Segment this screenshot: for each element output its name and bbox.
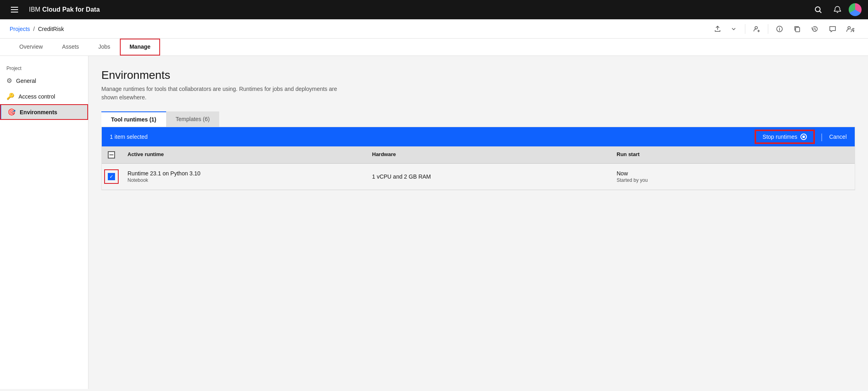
svg-point-0 xyxy=(815,7,820,12)
page-description: Manage runtimes for tools that collabora… xyxy=(101,85,343,102)
run-start-time: Now xyxy=(617,170,848,177)
app-title: IBM Cloud Pak for Data xyxy=(29,6,100,13)
tab-jobs[interactable]: Jobs xyxy=(88,39,120,56)
copy-button[interactable] xyxy=(789,21,805,37)
info-button[interactable] xyxy=(771,21,788,37)
settings-icon-button[interactable] xyxy=(842,21,858,37)
breadcrumb-separator: / xyxy=(33,26,35,32)
sidebar-item-access-control-label: Access control xyxy=(19,93,55,100)
divider-2 xyxy=(768,24,768,34)
tab-manage[interactable]: Manage xyxy=(120,39,160,56)
chevron-down-icon xyxy=(730,26,737,32)
page-title: Environments xyxy=(101,69,855,82)
add-collaborator-button[interactable] xyxy=(749,21,765,37)
sidebar-item-environments[interactable]: 🎯 Environments xyxy=(0,104,88,120)
header-hardware: Hardware xyxy=(366,151,610,158)
top-nav-right xyxy=(810,0,862,19)
user-avatar[interactable] xyxy=(849,3,862,16)
runtime-type: Notebook xyxy=(128,177,359,183)
copy-icon xyxy=(794,25,801,33)
search-button[interactable] xyxy=(810,0,826,19)
bell-icon xyxy=(833,6,841,14)
key-icon: 🔑 xyxy=(6,93,14,100)
main-layout: Project ⚙ General 🔑 Access control 🎯 Env… xyxy=(0,56,868,389)
info-icon xyxy=(776,25,783,33)
header-checkbox[interactable] xyxy=(108,151,115,158)
stop-icon xyxy=(800,134,807,140)
gear-icon: ⚙ xyxy=(6,77,12,84)
top-nav-left: IBM Cloud Pak for Data xyxy=(6,0,100,19)
users-settings-icon xyxy=(846,25,854,33)
avatar-graphic xyxy=(849,3,862,16)
breadcrumb-parent-link[interactable]: Projects xyxy=(10,26,30,32)
app-title-normal: IBM xyxy=(29,6,42,13)
run-start-by: Started by you xyxy=(617,177,848,183)
table-header: Active runtime Hardware Run start xyxy=(102,146,855,164)
selection-count: 1 item selected xyxy=(110,134,148,140)
hamburger-icon xyxy=(11,7,18,12)
checkbox-wrapper: ✓ xyxy=(105,170,118,183)
inner-tab-templates[interactable]: Templates (6) xyxy=(166,111,220,127)
selection-bar: 1 item selected Stop runtimes | Cancel xyxy=(102,127,855,146)
cancel-button[interactable]: Cancel xyxy=(829,134,847,140)
upload-icon xyxy=(714,26,721,32)
row-hardware-cell: 1 vCPU and 2 GB RAM xyxy=(366,173,610,180)
notifications-button[interactable] xyxy=(829,0,845,19)
person-add-icon xyxy=(753,25,760,33)
sidebar-item-environments-label: Environments xyxy=(20,109,57,115)
svg-line-1 xyxy=(820,11,822,13)
selection-bar-right: Stop runtimes | Cancel xyxy=(755,130,847,143)
stop-runtimes-button[interactable]: Stop runtimes xyxy=(755,130,814,143)
search-icon xyxy=(814,6,822,14)
runtime-name: Runtime 23.1 on Python 3.10 xyxy=(128,170,359,177)
table-row: ✓ Runtime 23.1 on Python 3.10 Notebook 1… xyxy=(102,164,855,190)
sub-nav-actions xyxy=(711,21,858,37)
hamburger-menu-button[interactable] xyxy=(6,0,23,19)
stop-runtimes-label: Stop runtimes xyxy=(763,134,797,140)
main-content: Environments Manage runtimes for tools t… xyxy=(88,56,868,389)
checkmark-icon: ✓ xyxy=(109,174,113,179)
inner-tab-tool-runtimes[interactable]: Tool runtimes (1) xyxy=(101,111,166,127)
hardware-value: 1 vCPU and 2 GB RAM xyxy=(372,173,604,180)
inner-tabs: Tool runtimes (1) Templates (6) xyxy=(101,111,855,127)
svg-rect-4 xyxy=(796,27,800,32)
row-run-start-cell: Now Started by you xyxy=(610,170,855,183)
app-title-bold: Cloud Pak for Data xyxy=(42,6,100,13)
breadcrumb-current: CreditRisk xyxy=(38,26,64,32)
chat-icon xyxy=(829,25,836,33)
header-active-runtime: Active runtime xyxy=(121,151,366,158)
header-checkbox-cell xyxy=(102,151,121,158)
header-run-start: Run start xyxy=(610,151,855,158)
top-nav: IBM Cloud Pak for Data xyxy=(0,0,868,19)
svg-point-2 xyxy=(755,27,757,29)
sidebar: Project ⚙ General 🔑 Access control 🎯 Env… xyxy=(0,56,88,389)
tab-assets[interactable]: Assets xyxy=(52,39,88,56)
row-checkbox-cell: ✓ xyxy=(102,170,121,183)
tab-bar: Overview Assets Jobs Manage xyxy=(0,39,868,56)
row-checkbox[interactable]: ✓ xyxy=(108,173,115,180)
runtimes-table: 1 item selected Stop runtimes | Cancel A… xyxy=(101,127,855,190)
svg-point-5 xyxy=(848,27,850,29)
sidebar-item-general[interactable]: ⚙ General xyxy=(0,73,88,88)
history-button[interactable] xyxy=(807,21,823,37)
chat-button[interactable] xyxy=(825,21,841,37)
upload-button[interactable] xyxy=(711,21,724,37)
environments-icon: 🎯 xyxy=(8,108,16,116)
tab-overview[interactable]: Overview xyxy=(10,39,52,56)
sidebar-item-access-control[interactable]: 🔑 Access control xyxy=(0,88,88,104)
dropdown-button[interactable] xyxy=(726,21,742,37)
bar-divider: | xyxy=(821,132,823,142)
sub-nav: Projects / CreditRisk xyxy=(0,19,868,39)
divider-1 xyxy=(745,24,745,34)
sidebar-item-general-label: General xyxy=(16,78,36,84)
history-icon xyxy=(811,25,819,33)
row-runtime-name-cell: Runtime 23.1 on Python 3.10 Notebook xyxy=(121,170,366,183)
breadcrumb: Projects / CreditRisk xyxy=(10,26,64,32)
sidebar-section-label: Project xyxy=(0,62,88,73)
